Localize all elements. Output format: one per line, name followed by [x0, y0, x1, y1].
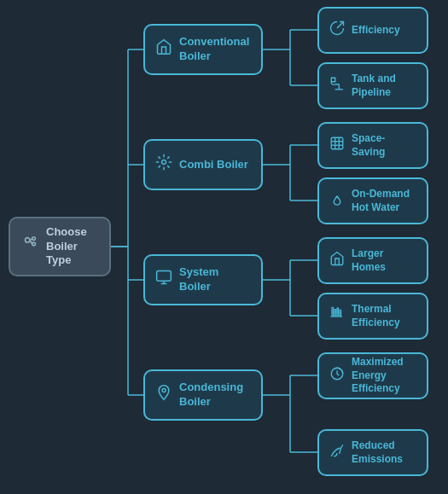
conventional-label: Conventional Boiler [179, 35, 251, 64]
svg-point-23 [26, 238, 31, 243]
leaf-larger[interactable]: Larger Homes [317, 237, 428, 284]
leaf-ondemand[interactable]: On-Demand Hot Water [317, 177, 428, 224]
combi-icon [155, 154, 172, 176]
system-label: System Boiler [179, 265, 251, 294]
maxenergy-label: Maximized Energy Efficiency [352, 356, 416, 396]
conventional-icon [155, 38, 172, 61]
branch-conventional[interactable]: Conventional Boiler [143, 24, 263, 75]
leaf-maxenergy[interactable]: Maximized Energy Efficiency [317, 352, 428, 399]
svg-rect-40 [337, 308, 339, 315]
svg-point-24 [32, 237, 36, 241]
leaf-space[interactable]: Space-Saving [317, 122, 428, 169]
space-icon [329, 136, 345, 156]
svg-rect-38 [332, 307, 334, 315]
leaf-reduced[interactable]: Reduced Emissions [317, 429, 428, 476]
svg-rect-29 [157, 271, 172, 282]
ondemand-icon [329, 191, 345, 212]
maxenergy-icon [329, 366, 345, 386]
svg-point-32 [162, 389, 166, 392]
svg-rect-33 [331, 137, 343, 149]
svg-line-27 [30, 241, 32, 245]
svg-point-28 [162, 160, 166, 165]
condensing-label: Condensing Boiler [179, 381, 251, 410]
leaf-thermal[interactable]: Thermal Efficiency [317, 293, 428, 340]
thermal-icon [329, 306, 345, 327]
leaf-tank[interactable]: Tank and Pipeline [317, 62, 428, 109]
efficiency-icon [329, 20, 345, 41]
larger-label: Larger Homes [352, 247, 416, 274]
branch-condensing[interactable]: Condensing Boiler [143, 369, 263, 421]
branch-combi[interactable]: Combi Boiler [143, 139, 263, 190]
tank-icon [329, 76, 345, 96]
thermal-label: Thermal Efficiency [352, 303, 416, 329]
branch-system[interactable]: System Boiler [143, 254, 263, 305]
svg-rect-39 [335, 309, 336, 315]
leaf-efficiency[interactable]: Efficiency [317, 7, 428, 54]
tank-label: Tank and Pipeline [352, 73, 416, 99]
reduced-label: Reduced Emissions [352, 439, 416, 466]
root-icon [20, 235, 39, 259]
space-label: Space-Saving [352, 132, 416, 159]
larger-icon [329, 251, 345, 271]
root-label: Choose Boiler Type [46, 225, 99, 269]
svg-point-25 [32, 242, 36, 246]
svg-rect-41 [340, 310, 341, 315]
combi-label: Combi Boiler [179, 158, 248, 172]
condensing-icon [155, 384, 172, 406]
reduced-icon [329, 443, 345, 463]
root-node[interactable]: Choose Boiler Type [9, 217, 111, 276]
tree-diagram: Choose Boiler Type Conventional Boiler C… [0, 0, 448, 494]
efficiency-label: Efficiency [352, 24, 400, 38]
system-icon [155, 269, 172, 291]
ondemand-label: On-Demand Hot Water [352, 188, 416, 214]
